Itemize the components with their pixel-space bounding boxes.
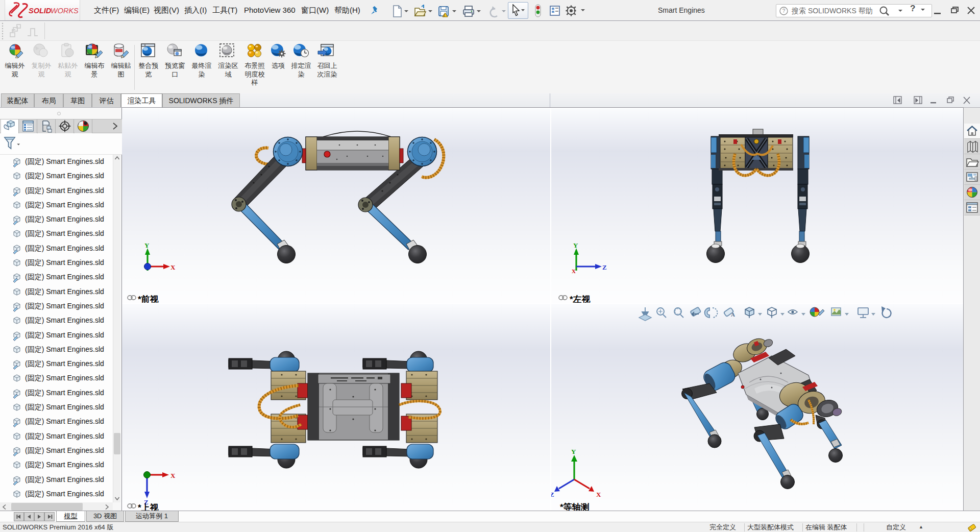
svg-text:Y: Y — [571, 448, 576, 455]
svg-text:*左视: *左视 — [570, 295, 591, 303]
svg-text:A: A — [731, 311, 735, 318]
svg-text:*等轴测: *等轴测 — [560, 502, 590, 511]
svg-text:Y: Y — [573, 241, 578, 249]
svg-text:Z: Z — [602, 263, 607, 271]
svg-text:?: ? — [782, 8, 786, 14]
svg-text:X: X — [596, 491, 601, 498]
svg-text:X: X — [170, 263, 176, 271]
svg-text:*前视: *前视 — [138, 295, 159, 303]
svg-text:X: X — [170, 472, 176, 479]
svg-text:WORKS: WORKS — [51, 7, 79, 15]
svg-text:Y: Y — [144, 241, 150, 249]
svg-text:!: ! — [444, 14, 445, 17]
svg-text:X: X — [572, 268, 576, 274]
svg-text:Z: Z — [551, 491, 554, 498]
svg-text:SOLID: SOLID — [29, 7, 52, 15]
svg-text:*上视: *上视 — [138, 503, 159, 511]
